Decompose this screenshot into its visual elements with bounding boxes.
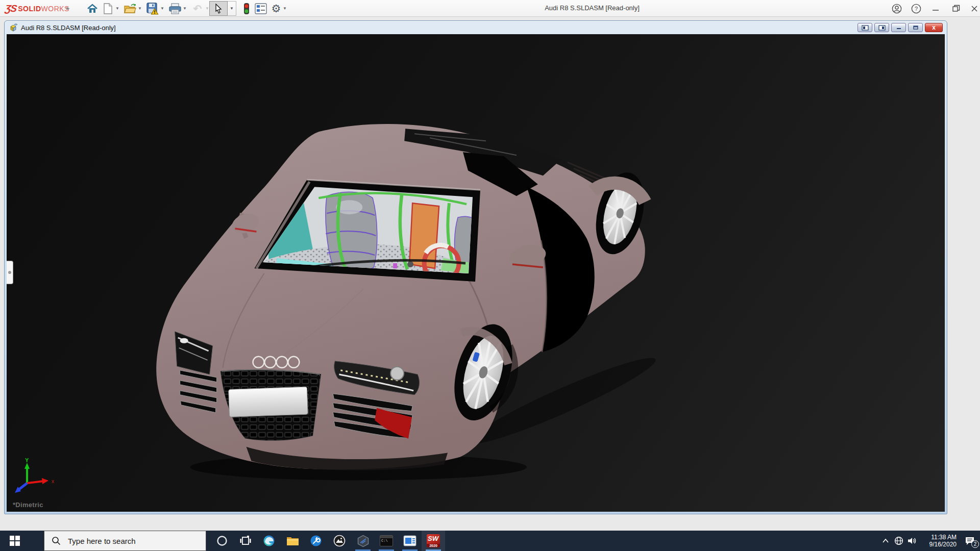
start-button[interactable] xyxy=(0,531,30,551)
assembly-document-icon xyxy=(9,23,18,32)
taskbar-file-explorer-button[interactable] xyxy=(281,531,304,551)
wrench-circle-icon xyxy=(310,535,322,547)
print-dropdown[interactable]: ▼ xyxy=(182,6,188,12)
open-dropdown[interactable]: ▼ xyxy=(137,6,143,12)
brand-word-works: WORKS xyxy=(41,5,69,13)
open-button[interactable] xyxy=(124,2,137,15)
undo-button: ↶ xyxy=(191,2,204,15)
user-account-icon xyxy=(892,4,902,14)
help-icon: ? xyxy=(911,4,921,14)
clock-time: 11:38 AM xyxy=(921,534,957,541)
save-icon xyxy=(146,3,159,15)
network-globe-icon xyxy=(894,536,903,545)
graphics-viewport[interactable]: Y x *Dimetric xyxy=(7,34,945,512)
pane-left-icon xyxy=(862,25,869,31)
print-button[interactable] xyxy=(168,2,182,15)
file-properties-button[interactable] xyxy=(254,2,267,15)
account-button[interactable] xyxy=(889,2,904,15)
minimize-icon xyxy=(932,5,939,12)
view-orientation-label: *Dimetric xyxy=(13,501,43,509)
photos-icon xyxy=(333,535,346,547)
undo-icon: ↶ xyxy=(193,3,202,15)
taskbar-visualize-button[interactable] xyxy=(351,531,375,551)
new-document-button[interactable] xyxy=(101,2,114,15)
file-properties-icon xyxy=(255,3,267,14)
system-tray: 11:38 AM 9/16/2020 2 xyxy=(879,531,980,551)
taskbar-cortana-button[interactable] xyxy=(210,531,234,551)
network-button[interactable] xyxy=(892,531,905,551)
help-button[interactable]: ? xyxy=(909,2,924,15)
pane-right-icon xyxy=(878,25,886,31)
print-icon xyxy=(169,3,181,14)
edge-icon xyxy=(263,535,275,547)
select-tool-dropdown[interactable]: ▼ xyxy=(228,1,236,16)
close-button[interactable] xyxy=(967,2,980,15)
select-tool-button[interactable] xyxy=(209,1,228,16)
car-model-audi-r8[interactable] xyxy=(7,34,945,512)
search-placeholder: Type here to search xyxy=(68,537,136,545)
close-icon xyxy=(971,5,978,12)
document-window: Audi R8 S.SLDASM [Read-only] x xyxy=(4,20,947,514)
document-titlebar[interactable]: Audi R8 S.SLDASM [Read-only] x xyxy=(6,22,946,34)
triad-y-label: Y xyxy=(25,457,29,463)
pane-left-button[interactable] xyxy=(857,23,872,32)
taskbar-search-input[interactable]: Type here to search xyxy=(44,531,206,551)
document-title: Audi R8 S.SLDASM [Read-only] xyxy=(21,24,116,32)
solidworks-logo[interactable]: ƷS SOLIDWORKS xyxy=(5,3,69,14)
open-folder-icon xyxy=(124,3,136,14)
taskbar-clock[interactable]: 11:38 AM 9/16/2020 xyxy=(921,534,957,548)
solidworks-logo-icon: ƷS xyxy=(4,3,17,14)
feature-manager-collapsed-tab[interactable] xyxy=(7,261,13,284)
chevron-up-icon xyxy=(882,538,889,543)
task-view-icon xyxy=(240,535,251,546)
pane-right-button[interactable] xyxy=(874,23,889,32)
app-title: Audi R8 S.SLDASM [Read-only] xyxy=(505,4,679,12)
command-prompt-icon: C:\ xyxy=(380,535,393,546)
new-document-icon xyxy=(103,3,113,14)
new-document-dropdown[interactable]: ▼ xyxy=(114,6,120,12)
doc-close-button[interactable]: x xyxy=(925,23,943,32)
minimize-icon xyxy=(896,25,902,30)
save-dropdown[interactable]: ▼ xyxy=(159,6,165,12)
options-button[interactable]: ⚙ xyxy=(270,2,283,15)
menu-flyout-arrow-icon[interactable]: ▸ xyxy=(66,4,70,12)
svg-text:?: ? xyxy=(915,6,918,12)
doc-restore-button[interactable] xyxy=(908,23,923,32)
taskbar-support-tool-button[interactable] xyxy=(304,531,328,551)
volume-icon xyxy=(908,536,917,545)
rebuild-traffic-light-icon xyxy=(243,3,250,15)
save-button[interactable] xyxy=(146,2,159,15)
triad-x-label: x xyxy=(52,479,54,484)
rebuild-button[interactable] xyxy=(240,2,253,15)
app-window-icon xyxy=(403,535,416,546)
restore-button[interactable] xyxy=(948,2,964,15)
taskbar-task-view-button[interactable] xyxy=(234,531,257,551)
volume-button[interactable] xyxy=(905,531,919,551)
solidworks-2020-icon: SW 2020 xyxy=(427,534,440,547)
taskbar-edge-button[interactable] xyxy=(257,531,281,551)
home-icon xyxy=(87,3,98,14)
minimize-button[interactable] xyxy=(928,2,943,15)
options-dropdown[interactable]: ▼ xyxy=(282,6,288,12)
action-center-button[interactable]: 2 xyxy=(960,531,980,551)
close-icon: x xyxy=(932,24,936,31)
app-titlebar: ƷS SOLIDWORKS ▸ ▼ ▼ ▼ ▼ ↶ ▼ ▼ ⚙ ▼ Audi R… xyxy=(0,0,980,17)
notification-badge: 2 xyxy=(971,540,979,548)
restore-icon xyxy=(952,5,960,12)
taskbar: Type here to search C:\ SW 202 xyxy=(0,531,980,551)
taskbar-app-window-button[interactable] xyxy=(398,531,422,551)
brand-word-solid: SOLID xyxy=(18,5,41,13)
visualize-hexagon-icon xyxy=(357,535,370,547)
select-arrow-icon xyxy=(214,4,223,14)
taskbar-solidworks-button[interactable]: SW 2020 xyxy=(422,531,445,551)
clock-date: 9/16/2020 xyxy=(921,541,957,548)
hidden-icons-button[interactable] xyxy=(879,531,892,551)
taskbar-photos-button[interactable] xyxy=(328,531,351,551)
home-button[interactable] xyxy=(86,2,99,15)
windows-start-icon xyxy=(10,536,20,546)
license-plate xyxy=(229,387,308,417)
cortana-icon xyxy=(216,535,228,546)
doc-minimize-button[interactable] xyxy=(891,23,906,32)
taskbar-cmd-button[interactable]: C:\ xyxy=(375,531,398,551)
file-explorer-icon xyxy=(286,536,299,546)
